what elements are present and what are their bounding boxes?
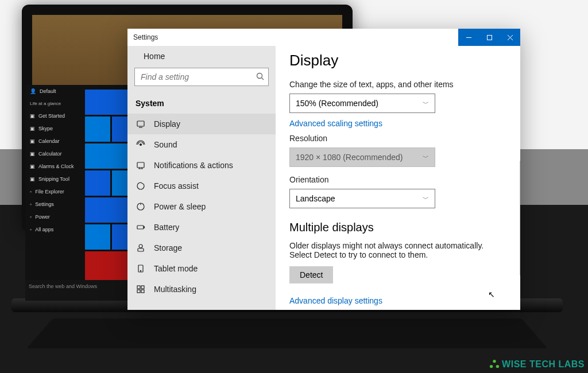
multiple-displays-heading: Multiple displays xyxy=(289,221,506,234)
resolution-select[interactable]: 1920 × 1080 (Recommended) ﹀ xyxy=(289,147,435,167)
nav-icon xyxy=(136,285,146,294)
nav-label: Notifications & actions xyxy=(154,161,233,170)
svg-rect-20 xyxy=(137,290,140,293)
sidebar-item-multitasking[interactable]: Multitasking xyxy=(127,279,276,300)
laptop-keyboard xyxy=(26,318,548,348)
nav-label: Focus assist xyxy=(154,181,199,191)
svg-point-24 xyxy=(496,365,499,368)
advanced-display-link[interactable]: Advanced display settings xyxy=(289,296,506,305)
sidebar-home-label: Home xyxy=(144,52,165,61)
advanced-scaling-link[interactable]: Advanced scaling settings xyxy=(289,119,506,128)
close-button[interactable] xyxy=(500,29,520,46)
nav-label: Storage xyxy=(154,243,182,252)
scrollbar[interactable] xyxy=(520,161,520,275)
search-icon xyxy=(256,72,264,83)
sidebar-item-focus-assist[interactable]: Focus assist xyxy=(127,176,276,196)
svg-line-5 xyxy=(262,78,264,80)
svg-rect-9 xyxy=(137,162,144,168)
svg-point-22 xyxy=(493,360,496,363)
svg-rect-21 xyxy=(141,290,144,293)
sidebar-item-storage[interactable]: Storage xyxy=(127,238,276,258)
taskbar-search: Search the web and Windows xyxy=(25,280,136,301)
sidebar-item-display[interactable]: Display xyxy=(127,114,276,134)
svg-rect-15 xyxy=(138,248,144,251)
resolution-value: 1920 × 1080 (Recommended) xyxy=(296,153,403,162)
nav-icon xyxy=(136,181,146,191)
sidebar: Home System DisplaySoundNotifications & … xyxy=(127,46,276,310)
nav-label: Tablet mode xyxy=(154,264,198,273)
nav-label: Display xyxy=(154,119,180,129)
svg-point-17 xyxy=(140,270,141,271)
svg-rect-12 xyxy=(137,226,144,229)
nav-icon xyxy=(136,140,146,149)
chevron-down-icon: ﹀ xyxy=(423,99,429,108)
nav-icon xyxy=(136,264,146,273)
nav-label: Multitasking xyxy=(154,285,196,294)
titlebar: Settings xyxy=(127,29,520,46)
nav-icon xyxy=(136,119,146,129)
nav-icon xyxy=(136,243,146,252)
nav-label: Power & sleep xyxy=(154,202,206,211)
sidebar-item-battery[interactable]: Battery xyxy=(127,217,276,238)
scale-select[interactable]: 150% (Recommended) ﹀ xyxy=(289,94,435,113)
sidebar-category: System xyxy=(127,95,276,114)
multiple-displays-desc: Older displays might not always connect … xyxy=(289,241,506,259)
orientation-select[interactable]: Landscape ﹀ xyxy=(289,189,435,208)
settings-window: Settings Home System DisplaySoundNotific… xyxy=(127,29,520,310)
search-input[interactable] xyxy=(134,68,269,86)
svg-rect-18 xyxy=(137,286,140,289)
sidebar-nav: DisplaySoundNotifications & actionsFocus… xyxy=(127,114,276,310)
sidebar-home[interactable]: Home xyxy=(127,46,276,68)
svg-point-4 xyxy=(257,73,262,79)
svg-rect-1 xyxy=(487,35,492,40)
svg-point-14 xyxy=(139,244,142,248)
scale-value: 150% (Recommended) xyxy=(296,99,378,108)
svg-point-23 xyxy=(490,365,493,368)
maximize-button[interactable] xyxy=(479,29,500,46)
chevron-down-icon: ﹀ xyxy=(423,153,429,162)
sidebar-item-tablet-mode[interactable]: Tablet mode xyxy=(127,258,276,279)
scale-label: Change the size of text, apps, and other… xyxy=(289,80,506,89)
svg-rect-6 xyxy=(137,121,144,126)
sidebar-item-notifications-actions[interactable]: Notifications & actions xyxy=(127,155,276,176)
sidebar-item-sound[interactable]: Sound xyxy=(127,134,276,155)
resolution-label: Resolution xyxy=(289,134,506,143)
sidebar-item-power-sleep[interactable]: Power & sleep xyxy=(127,196,276,217)
page-title: Display xyxy=(289,52,506,69)
nav-icon xyxy=(136,202,146,211)
nav-label: Sound xyxy=(154,140,177,149)
minimize-button[interactable] xyxy=(458,29,479,46)
nav-icon xyxy=(136,223,146,232)
detect-button[interactable]: Detect xyxy=(289,266,333,283)
orientation-label: Orientation xyxy=(289,175,506,184)
orientation-value: Landscape xyxy=(296,194,335,203)
svg-point-8 xyxy=(140,144,142,146)
content-pane: Display Change the size of text, apps, a… xyxy=(276,46,520,310)
watermark-text: WISE TECH LABS xyxy=(502,359,585,370)
watermark-logo: WISE TECH LABS xyxy=(489,359,585,370)
window-title: Settings xyxy=(127,33,158,41)
chevron-down-icon: ﹀ xyxy=(423,195,429,203)
search-box[interactable] xyxy=(134,68,269,86)
nav-icon xyxy=(136,161,146,170)
nav-label: Battery xyxy=(154,223,179,232)
svg-rect-13 xyxy=(144,227,145,228)
svg-rect-19 xyxy=(141,286,144,289)
window-controls xyxy=(458,29,520,46)
